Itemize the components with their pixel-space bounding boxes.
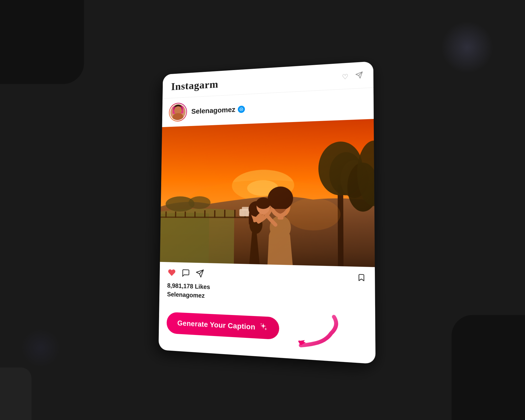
header-icons: ♡ <box>342 71 363 81</box>
generate-caption-label: Generate Your Caption <box>177 319 255 331</box>
sunset-scene <box>160 119 375 267</box>
svg-point-6 <box>179 112 181 113</box>
phone-card: Instagarm ♡ <box>159 61 376 364</box>
comment-button[interactable] <box>181 268 190 279</box>
bg-shape-1 <box>441 21 494 74</box>
button-area: Generate Your Caption <box>159 303 376 364</box>
magic-wand-icon <box>259 322 267 333</box>
corner-decoration-tl <box>0 0 84 84</box>
avatar-photo <box>170 104 186 120</box>
app-logo: Instagarm <box>171 78 218 93</box>
arrow-annotation <box>295 309 340 351</box>
avatar-inner <box>170 103 186 121</box>
generate-caption-button[interactable]: Generate Your Caption <box>166 312 279 339</box>
like-button[interactable] <box>167 268 176 278</box>
svg-point-2 <box>170 104 186 120</box>
svg-rect-8 <box>178 106 183 113</box>
username-block: Selenagomez <box>191 105 245 116</box>
header-send-icon[interactable] <box>355 71 363 81</box>
svg-point-5 <box>175 112 177 113</box>
header-heart-icon[interactable]: ♡ <box>342 72 348 81</box>
verified-badge <box>238 106 245 113</box>
phone-wrapper: Instagarm ♡ <box>159 61 376 364</box>
corner-decoration-br <box>452 315 525 420</box>
action-icons <box>167 268 204 279</box>
svg-rect-50 <box>160 119 375 267</box>
svg-rect-7 <box>172 107 177 114</box>
bookmark-button[interactable] <box>357 273 366 285</box>
corner-decoration-bl <box>0 368 32 420</box>
bg-shape-2 <box>21 328 60 368</box>
post-image <box>160 119 375 267</box>
share-button[interactable] <box>196 269 204 279</box>
username-label[interactable]: Selenagomez <box>191 105 235 115</box>
avatar-ring[interactable] <box>169 102 187 122</box>
